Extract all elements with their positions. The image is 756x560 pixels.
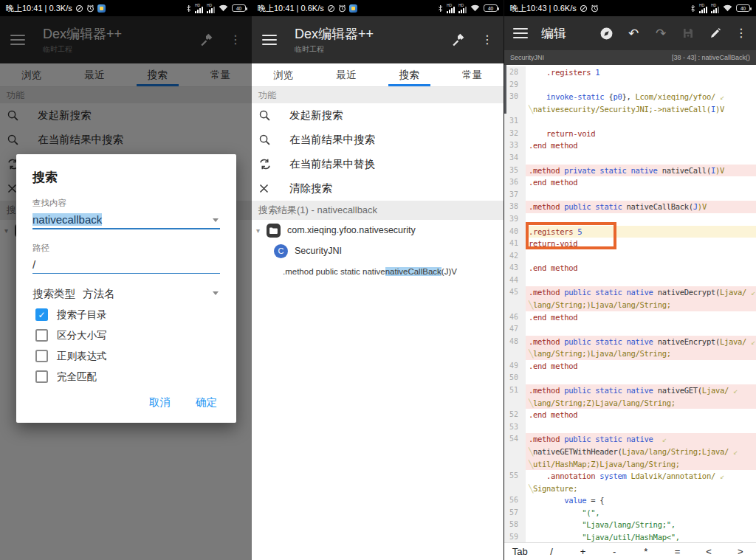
tab-浏览[interactable]: 浏览: [252, 63, 315, 86]
dropdown-caret-icon[interactable]: [213, 291, 219, 295]
code-text[interactable]: [526, 372, 756, 384]
overflow-menu-icon[interactable]: ⋮: [481, 34, 493, 46]
code-text[interactable]: .registers 1: [526, 66, 756, 79]
symbol-key[interactable]: /: [536, 546, 568, 557]
code-text[interactable]: ╲Signature;: [526, 483, 756, 495]
code-text[interactable]: [526, 323, 756, 336]
menu-item[interactable]: 清除搜索: [252, 176, 504, 201]
symbol-key[interactable]: =: [662, 546, 693, 557]
line-number: 38: [504, 201, 526, 213]
code-text[interactable]: .annotation system Ldalvik/annotation/ ↙: [526, 470, 756, 483]
tree-method-row[interactable]: .method public static native nativeCallB…: [252, 261, 504, 282]
scrollbar[interactable]: [504, 65, 506, 114]
menu-item[interactable]: 发起新搜索: [252, 103, 504, 128]
symbol-key[interactable]: *: [630, 546, 662, 557]
code-text[interactable]: [526, 189, 756, 201]
line-number: 47: [504, 323, 526, 336]
code-text[interactable]: .method public static native nativeEncry…: [526, 336, 756, 348]
tab-搜索[interactable]: 搜索: [378, 63, 441, 86]
menu-item[interactable]: 在当前结果中搜索: [252, 128, 504, 152]
status-bar: 晚上10:41 | 0.6K/s HD HD 40: [252, 0, 504, 16]
line-number: 40: [504, 226, 526, 238]
checkbox-checked-icon[interactable]: ✓: [35, 308, 48, 321]
symbol-key[interactable]: <: [693, 546, 725, 557]
checkbox-unchecked-icon[interactable]: [35, 329, 48, 342]
code-text[interactable]: ╲nativeGETWithHeader(Ljava/lang/String;L…: [526, 446, 756, 458]
menu-icon[interactable]: [262, 35, 277, 45]
checkbox-unchecked-icon[interactable]: [35, 370, 48, 383]
option-row[interactable]: 正则表达式: [35, 349, 220, 363]
option-row[interactable]: ✓搜索子目录: [35, 308, 220, 322]
dropdown-caret-icon[interactable]: [213, 218, 219, 222]
tab-最近[interactable]: 最近: [315, 63, 377, 86]
code-line: 28 .registers 1: [504, 66, 756, 79]
code-text[interactable]: [526, 152, 756, 165]
code-text[interactable]: "Ljava/lang/String;",: [526, 519, 756, 531]
code-text[interactable]: ╲nativesecurity/SecurityJNI;->nativeCall…: [526, 103, 756, 116]
code-text[interactable]: [526, 421, 756, 434]
code-text[interactable]: value = {: [526, 494, 756, 507]
code-text[interactable]: .end method: [526, 139, 756, 152]
code-text[interactable]: ╲lang/String;)Ljava/lang/String;: [526, 299, 756, 311]
option-row[interactable]: 区分大小写: [35, 328, 220, 342]
option-row[interactable]: 完全匹配: [35, 370, 220, 384]
code-line: 29: [504, 79, 756, 91]
path-input[interactable]: /: [32, 258, 220, 274]
overflow-menu-icon[interactable]: ⋮: [735, 27, 747, 39]
undo-icon[interactable]: ↶: [626, 27, 641, 40]
symbol-key[interactable]: Tab: [504, 546, 536, 557]
code-line: ╲nativesecurity/SecurityJNI;->nativeCall…: [504, 103, 756, 116]
line-number: 29: [504, 79, 526, 91]
line-number: 48: [504, 336, 526, 348]
code-text[interactable]: .method private static native nativeCall…: [526, 165, 756, 177]
wifi-icon: [723, 4, 732, 12]
code-line: 55 .annotation system Ldalvik/annotation…: [504, 470, 756, 483]
ok-button[interactable]: 确定: [196, 395, 217, 409]
code-text[interactable]: .method public static nativeCallBack(J)V: [526, 201, 756, 213]
code-area[interactable]: 28 .registers 12930 invoke-static {p0}, …: [504, 65, 756, 542]
edit-pencil-icon[interactable]: [708, 27, 723, 39]
alarm-icon: [338, 4, 346, 13]
search-type-select[interactable]: 搜索类型 方法名: [32, 287, 220, 301]
find-input[interactable]: nativecallback: [32, 213, 220, 229]
code-text[interactable]: ╲lang/String;Z)Ljava/lang/String;: [526, 397, 756, 409]
screen-search-dialog: 晚上10:41 | 0.3K/s HD HD 40 Dex编辑器++ 临时工程: [0, 0, 252, 560]
code-text[interactable]: invoke-static {p0}, Lcom/xieqing/yfoo/ ↙: [526, 91, 756, 103]
code-text[interactable]: .method public static native nativeGET(L…: [526, 384, 756, 397]
code-text[interactable]: .end method: [526, 176, 756, 189]
navigate-compass-icon[interactable]: [599, 27, 614, 41]
code-text[interactable]: .end method: [526, 409, 756, 421]
tree-class-row[interactable]: C SecurityJNI: [252, 241, 504, 261]
tab-常量[interactable]: 常量: [441, 63, 504, 86]
redo-icon[interactable]: ↷: [653, 27, 668, 40]
symbol-key[interactable]: >: [724, 546, 756, 557]
code-text[interactable]: .method public static native nativeDecry…: [526, 286, 756, 299]
menu-icon[interactable]: [513, 28, 528, 38]
code-text[interactable]: [526, 274, 756, 287]
code-text[interactable]: ╲lang/String;)Ljava/lang/String;: [526, 348, 756, 360]
path-label: 路径: [32, 243, 220, 254]
code-text[interactable]: ╲util/HashMap;Z)Ljava/lang/String;: [526, 458, 756, 471]
code-line: 50: [504, 372, 756, 384]
code-text[interactable]: .method public static native ↙: [526, 433, 756, 446]
save-icon[interactable]: [681, 27, 695, 39]
checkbox-unchecked-icon[interactable]: [35, 350, 48, 362]
code-text[interactable]: "(",: [526, 507, 756, 519]
tree-package-row[interactable]: ▾ com.xieqing.yfoo.nativesecurity: [252, 220, 504, 241]
code-text[interactable]: "Ljava/util/HashMap<",: [526, 531, 756, 542]
code-text[interactable]: [526, 79, 756, 91]
code-text[interactable]: .end method: [526, 262, 756, 274]
collapse-arrow-icon[interactable]: ▾: [256, 227, 267, 235]
breadcrumb-class[interactable]: SecurityJNI: [510, 54, 544, 61]
code-text[interactable]: [526, 115, 756, 128]
cancel-button[interactable]: 取消: [149, 395, 171, 409]
build-hammer-icon[interactable]: [450, 32, 465, 47]
symbol-key[interactable]: -: [599, 546, 630, 557]
code-text[interactable]: [526, 250, 756, 263]
symbol-key[interactable]: +: [567, 546, 599, 557]
code-text[interactable]: .end method: [526, 311, 756, 324]
code-text[interactable]: .end method: [526, 360, 756, 373]
tab-bar: 浏览最近搜索常量: [252, 63, 504, 87]
menu-item[interactable]: 在当前结果中替换: [252, 152, 504, 176]
code-text[interactable]: return-void: [526, 128, 756, 140]
